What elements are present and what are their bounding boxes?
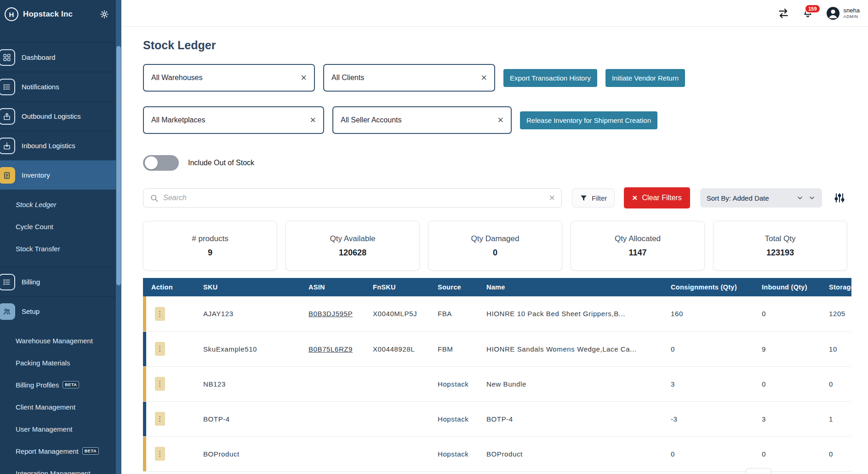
- release-inventory-button[interactable]: Release Inventory for Shipment Creation: [520, 111, 657, 129]
- sidebar-item-stock-ledger[interactable]: Stock Ledger: [16, 193, 116, 215]
- cell-source: Hopstack: [433, 436, 482, 471]
- seller-account-select[interactable]: All Seller Accounts ×: [332, 106, 512, 134]
- beta-badge: BETA: [63, 381, 79, 388]
- clear-x-icon: ×: [632, 193, 637, 203]
- cell-inbound: 0: [757, 366, 824, 401]
- cell-sku: SkuExample510: [199, 331, 304, 366]
- sidebar-item-cycle-count[interactable]: Cycle Count: [16, 215, 116, 237]
- sidebar-item-label: Client Management: [16, 403, 75, 411]
- col-storage: Storage (Qty): [824, 278, 851, 296]
- sidebar-scrollbar-thumb[interactable]: [116, 46, 121, 285]
- cell-sku: NB123: [199, 366, 304, 401]
- sidebar-nav: Dashboard Notifications Outbound Logisti…: [0, 42, 116, 474]
- sidebar-item-user-management[interactable]: User Management: [16, 418, 116, 440]
- sidebar-item-billing-profiles[interactable]: Billing ProfilesBETA: [16, 374, 116, 396]
- seller-account-select-value: All Seller Accounts: [341, 116, 402, 124]
- cell-source: FBA: [433, 296, 482, 331]
- outbound-logistics-icon: [0, 108, 15, 125]
- clear-filters-button[interactable]: × Clear Filters: [624, 187, 690, 208]
- cell-fnsku: [368, 366, 433, 401]
- cell-consignments: 3: [666, 366, 757, 401]
- sidebar-item-billing[interactable]: Billing: [0, 267, 116, 296]
- cell-inbound: 3: [757, 401, 824, 436]
- col-sku: SKU: [199, 278, 304, 296]
- inventory-submenu: Stock Ledger Cycle Count Stock Transfer: [0, 190, 116, 267]
- sidebar-item-warehouse-management[interactable]: Warehouse Management: [16, 329, 116, 352]
- sort-by-label: Sort By: Added Date: [707, 194, 769, 202]
- cell-fnsku: X00448928L: [368, 331, 433, 366]
- col-fnsku: FnSKU: [368, 278, 433, 296]
- initiate-vendor-return-button[interactable]: Initiate Vendor Return: [605, 69, 685, 87]
- sidebar-item-dashboard[interactable]: Dashboard: [0, 42, 116, 72]
- sidebar-item-inventory[interactable]: Inventory: [0, 160, 116, 190]
- clear-filters-label: Clear Filters: [642, 194, 681, 202]
- search-input[interactable]: [163, 194, 544, 202]
- settings-gear-icon[interactable]: [98, 8, 110, 20]
- stat-label: Total Qty: [765, 234, 795, 243]
- sidebar-item-label: Dashboard: [22, 53, 55, 61]
- column-settings-icon[interactable]: [834, 192, 845, 204]
- switch-warehouse-icon[interactable]: [777, 7, 789, 19]
- brand: H Hopstack Inc: [0, 0, 116, 29]
- sidebar-item-inbound-logistics[interactable]: Inbound Logistics: [0, 131, 116, 160]
- stat-card-total-qty: Total Qty 123193: [713, 221, 847, 271]
- cell-sku: BOTP-4: [199, 401, 304, 436]
- stat-label: # products: [192, 234, 228, 243]
- include-out-of-stock-label: Include Out of Stock: [188, 159, 254, 167]
- sidebar-item-client-management[interactable]: Client Management: [16, 396, 116, 418]
- asin-link[interactable]: B0B3DJ595P: [308, 310, 353, 318]
- funnel-icon: [580, 194, 588, 202]
- row-actions-kebab-icon[interactable]: ⋮: [155, 377, 165, 391]
- cell-consignments: 160: [666, 296, 757, 331]
- sidebar-item-stock-transfer[interactable]: Stock Transfer: [16, 237, 116, 260]
- pagination-button[interactable]: [746, 468, 771, 474]
- client-select[interactable]: All Clients ×: [323, 64, 495, 92]
- row-actions-kebab-icon[interactable]: ⋮: [155, 447, 165, 461]
- sidebar-item-label: Stock Ledger: [16, 201, 56, 208]
- filter-button[interactable]: Filter: [572, 188, 615, 208]
- notifications-bell-icon[interactable]: 159: [802, 8, 813, 19]
- row-actions-kebab-icon[interactable]: ⋮: [155, 412, 165, 426]
- marketplace-select[interactable]: All Marketplaces ×: [143, 106, 324, 134]
- table-row: ⋮ NB123 Hopstack New Bundle 3 0 0: [143, 366, 851, 401]
- stock-ledger-table: Action SKU ASIN FnSKU Source Name Consig…: [143, 278, 851, 472]
- row-actions-kebab-icon[interactable]: ⋮: [155, 307, 165, 321]
- cell-name: BOTP-4: [482, 401, 666, 436]
- warehouse-select[interactable]: All Warehouses ×: [143, 64, 315, 92]
- search-clear-icon[interactable]: ×: [549, 193, 555, 203]
- sidebar-item-setup[interactable]: Setup: [0, 296, 116, 326]
- warehouse-clear-icon[interactable]: ×: [301, 73, 307, 83]
- row-actions-kebab-icon[interactable]: ⋮: [155, 342, 165, 356]
- user-name: sneha: [844, 7, 860, 14]
- cell-storage: 0: [824, 366, 851, 401]
- marketplace-clear-icon[interactable]: ×: [310, 115, 316, 125]
- hopstack-logo-icon: H: [5, 7, 18, 21]
- sidebar-item-label: Integration Management: [16, 469, 91, 474]
- include-out-of-stock-toggle[interactable]: [143, 155, 179, 171]
- chevron-down-icon: [796, 194, 804, 202]
- sidebar: H Hopstack Inc Dashboard Notifica: [0, 0, 121, 474]
- col-name: Name: [482, 278, 666, 296]
- table-row: ⋮ SkuExample510 B0B75L6RZ9 X00448928L FB…: [143, 331, 851, 366]
- sidebar-item-notifications[interactable]: Notifications: [0, 72, 116, 101]
- cell-storage: 1205: [824, 296, 851, 331]
- cell-inbound: 0: [757, 296, 824, 331]
- sidebar-item-integration-management[interactable]: Integration Management: [16, 462, 116, 474]
- client-clear-icon[interactable]: ×: [481, 73, 487, 83]
- seller-account-clear-icon[interactable]: ×: [497, 115, 503, 125]
- cell-name: HIONRE 10 Pack Bed Sheet Grippers,B...: [482, 296, 666, 331]
- export-transaction-history-button[interactable]: Export Transaction History: [503, 69, 597, 87]
- sidebar-item-packing-materials[interactable]: Packing Materials: [16, 352, 116, 374]
- topbar: 159 sneha ADMIN: [121, 0, 868, 27]
- sidebar-scrollbar-track[interactable]: [116, 0, 121, 474]
- cell-source: Hopstack: [433, 401, 482, 436]
- sort-by-dropdown[interactable]: Sort By: Added Date: [700, 188, 822, 208]
- sidebar-item-report-management[interactable]: Report ManagementBETA: [16, 440, 116, 462]
- cell-storage: 10: [824, 331, 851, 366]
- search-icon: [150, 194, 159, 202]
- user-menu[interactable]: sneha ADMIN: [826, 6, 860, 20]
- cell-fnsku: [368, 401, 433, 436]
- sidebar-item-outbound-logistics[interactable]: Outbound Logistics: [0, 101, 116, 131]
- asin-link[interactable]: B0B75L6RZ9: [308, 345, 353, 353]
- setup-icon: [0, 303, 15, 320]
